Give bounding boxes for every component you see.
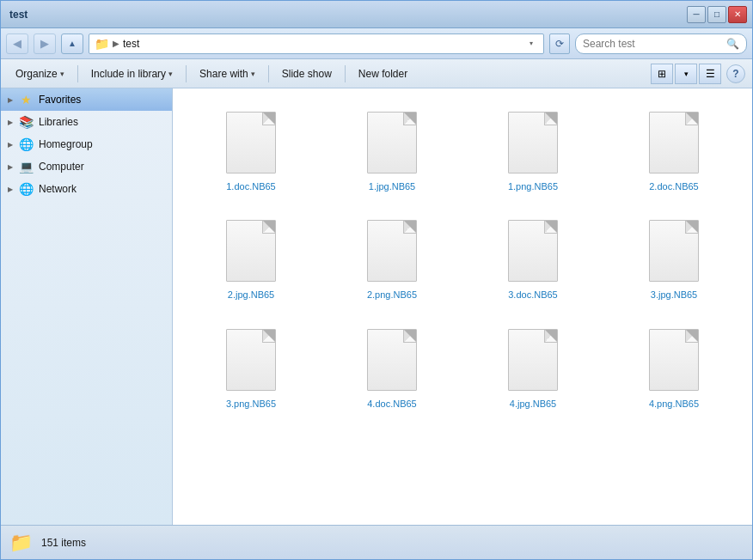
- toolbar-separator-4: [345, 65, 346, 82]
- file-icon-wrapper: [503, 326, 563, 394]
- window: test ─ □ ✕ ◀ ▶ ▲ 📁 ▶ test ▾ ⟳ 🔍 Organize…: [0, 0, 753, 560]
- file-name: 4.jpg.NB65: [510, 398, 556, 410]
- share-with-button[interactable]: Share with ▾: [192, 63, 263, 85]
- document-icon: [508, 220, 558, 282]
- file-name: 4.png.NB65: [649, 398, 699, 410]
- file-name: 3.jpg.NB65: [651, 289, 697, 301]
- document-icon: [649, 220, 699, 282]
- help-button[interactable]: ?: [726, 64, 745, 83]
- libraries-expand-icon: ▶: [8, 119, 13, 126]
- toolbar-separator-1: [77, 65, 78, 82]
- favorites-label: Favorites: [39, 94, 81, 106]
- toolbar-separator-3: [268, 65, 269, 82]
- file-icon-wrapper: [221, 326, 281, 394]
- forward-button[interactable]: ▶: [34, 33, 56, 54]
- window-title: test: [6, 9, 687, 21]
- view-large-icon-button[interactable]: ⊞: [651, 64, 673, 84]
- file-icon-wrapper: [503, 108, 563, 177]
- file-name: 1.jpg.NB65: [369, 180, 415, 192]
- homegroup-label: Homegroup: [39, 138, 93, 150]
- file-icon-wrapper: [644, 326, 704, 394]
- file-icon-wrapper: [221, 216, 281, 285]
- content-area[interactable]: 1.doc.NB651.jpg.NB651.png.NB652.doc.NB65…: [173, 88, 752, 525]
- favorites-icon: ★: [18, 93, 34, 107]
- file-name: 4.doc.NB65: [367, 398, 416, 410]
- file-item[interactable]: 1.doc.NB65: [185, 100, 317, 200]
- file-item[interactable]: 2.png.NB65: [326, 209, 458, 308]
- path-folder-icon: 📁: [95, 37, 109, 51]
- document-icon: [367, 329, 417, 391]
- file-name: 2.png.NB65: [367, 289, 417, 301]
- sidebar-item-libraries[interactable]: ▶ 📚 Libraries: [1, 111, 172, 133]
- file-item[interactable]: 4.jpg.NB65: [467, 318, 599, 417]
- libraries-label: Libraries: [39, 116, 78, 128]
- file-icon-wrapper: [503, 216, 563, 285]
- document-icon: [226, 112, 276, 173]
- search-input[interactable]: [583, 38, 723, 50]
- sidebar-item-computer[interactable]: ▶ 💻 Computer: [1, 155, 172, 178]
- file-item[interactable]: 4.png.NB65: [608, 318, 740, 417]
- sidebar-item-network[interactable]: ▶ 🌐 Network: [1, 178, 172, 200]
- document-icon: [649, 329, 699, 391]
- libraries-icon: 📚: [18, 115, 34, 129]
- sidebar: ▶ ★ Favorites ▶ 📚 Libraries ▶ 🌐 Homegrou…: [1, 88, 173, 525]
- back-button[interactable]: ◀: [6, 33, 28, 54]
- search-icon: 🔍: [726, 38, 739, 50]
- file-icon-wrapper: [644, 216, 704, 285]
- title-bar: test ─ □ ✕: [1, 1, 752, 28]
- file-item[interactable]: 3.png.NB65: [185, 318, 317, 417]
- file-item[interactable]: 1.jpg.NB65: [326, 100, 458, 200]
- organize-button[interactable]: Organize ▾: [8, 63, 72, 85]
- network-label: Network: [39, 183, 77, 195]
- share-dropdown-icon: ▾: [251, 70, 255, 78]
- file-icon-wrapper: [362, 326, 422, 394]
- minimize-button[interactable]: ─: [687, 6, 706, 23]
- file-name: 3.doc.NB65: [508, 289, 557, 301]
- homegroup-icon: 🌐: [18, 137, 34, 151]
- file-name: 2.doc.NB65: [649, 180, 698, 192]
- favorites-expand-icon: ▶: [8, 96, 13, 104]
- maximize-button[interactable]: □: [707, 6, 726, 23]
- file-item[interactable]: 3.jpg.NB65: [608, 209, 740, 308]
- file-icon-wrapper: [362, 216, 422, 285]
- organize-dropdown-icon: ▾: [60, 70, 64, 78]
- view-dropdown-button[interactable]: ▾: [675, 64, 697, 84]
- new-folder-button[interactable]: New folder: [351, 63, 415, 85]
- file-item[interactable]: 4.doc.NB65: [326, 318, 458, 417]
- computer-expand-icon: ▶: [8, 163, 13, 171]
- sidebar-item-favorites[interactable]: ▶ ★ Favorites: [1, 88, 172, 111]
- files-grid: 1.doc.NB651.jpg.NB651.png.NB652.doc.NB65…: [181, 97, 744, 421]
- sidebar-item-homegroup[interactable]: ▶ 🌐 Homegroup: [1, 133, 172, 155]
- file-item[interactable]: 2.doc.NB65: [608, 100, 740, 200]
- file-item[interactable]: 3.doc.NB65: [467, 209, 599, 308]
- file-item[interactable]: 1.png.NB65: [467, 100, 599, 200]
- slide-show-label: Slide show: [282, 68, 332, 80]
- network-expand-icon: ▶: [8, 186, 13, 193]
- slide-show-button[interactable]: Slide show: [274, 63, 340, 85]
- item-count: 151 items: [41, 537, 86, 549]
- new-folder-label: New folder: [358, 68, 407, 80]
- document-icon: [226, 329, 276, 391]
- path-dropdown-arrow[interactable]: ▾: [524, 37, 538, 51]
- search-box[interactable]: 🔍: [575, 33, 747, 54]
- file-name: 3.png.NB65: [226, 398, 276, 410]
- status-bar: 📁 151 items: [1, 525, 752, 559]
- window-controls: ─ □ ✕: [687, 6, 747, 23]
- document-icon: [226, 220, 276, 282]
- view-details-button[interactable]: ☰: [699, 64, 721, 84]
- document-icon: [649, 112, 699, 173]
- address-bar: ◀ ▶ ▲ 📁 ▶ test ▾ ⟳ 🔍: [1, 28, 752, 59]
- document-icon: [367, 112, 417, 173]
- refresh-button[interactable]: ⟳: [549, 33, 570, 54]
- include-in-library-button[interactable]: Include in library ▾: [83, 63, 181, 85]
- up-button[interactable]: ▲: [61, 33, 83, 54]
- file-icon-wrapper: [362, 108, 422, 177]
- path-bar[interactable]: 📁 ▶ test ▾: [89, 33, 544, 54]
- file-item[interactable]: 2.jpg.NB65: [185, 209, 317, 308]
- document-icon: [508, 329, 558, 391]
- file-icon-wrapper: [221, 108, 281, 177]
- toolbar: Organize ▾ Include in library ▾ Share wi…: [1, 59, 752, 88]
- close-button[interactable]: ✕: [728, 6, 747, 23]
- file-name: 1.png.NB65: [508, 180, 558, 192]
- include-dropdown-icon: ▾: [168, 70, 173, 78]
